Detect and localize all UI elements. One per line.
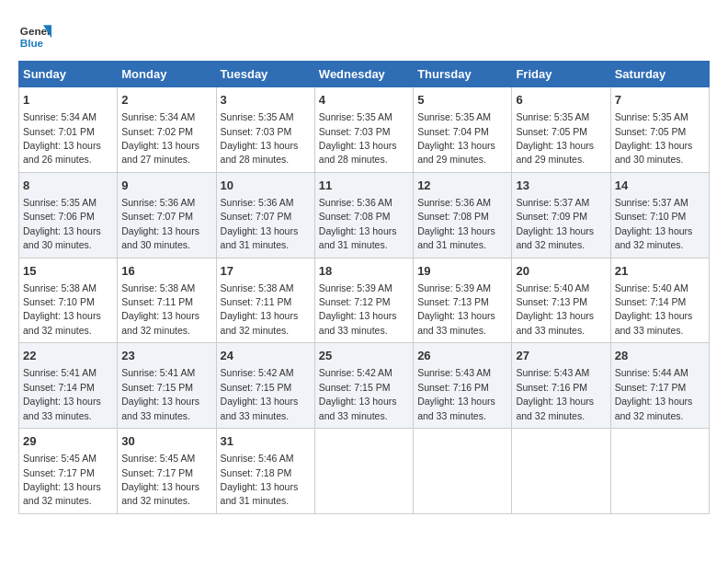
logo: General Blue — [18, 18, 51, 52]
week-row-5: 29Sunrise: 5:45 AM Sunset: 7:17 PM Dayli… — [19, 429, 710, 514]
calendar-cell: 8Sunrise: 5:35 AM Sunset: 7:06 PM Daylig… — [19, 172, 118, 258]
header-friday: Friday — [512, 62, 610, 87]
day-info: Sunrise: 5:37 AM Sunset: 7:09 PM Dayligh… — [516, 197, 594, 250]
day-number: 18 — [319, 263, 409, 280]
header-saturday: Saturday — [610, 62, 709, 87]
calendar-cell: 25Sunrise: 5:42 AM Sunset: 7:15 PM Dayli… — [314, 343, 413, 429]
day-info: Sunrise: 5:40 AM Sunset: 7:14 PM Dayligh… — [615, 282, 693, 336]
header-monday: Monday — [118, 62, 216, 87]
day-number: 9 — [121, 178, 211, 194]
day-info: Sunrise: 5:39 AM Sunset: 7:12 PM Dayligh… — [319, 282, 397, 336]
calendar-cell: 16Sunrise: 5:38 AM Sunset: 7:11 PM Dayli… — [118, 258, 216, 343]
calendar-cell: 22Sunrise: 5:41 AM Sunset: 7:14 PM Dayli… — [19, 343, 118, 429]
day-info: Sunrise: 5:35 AM Sunset: 7:05 PM Dayligh… — [516, 111, 594, 165]
calendar-cell — [610, 429, 709, 514]
day-info: Sunrise: 5:38 AM Sunset: 7:11 PM Dayligh… — [221, 282, 299, 336]
day-info: Sunrise: 5:46 AM Sunset: 7:18 PM Dayligh… — [221, 453, 299, 506]
day-info: Sunrise: 5:40 AM Sunset: 7:13 PM Dayligh… — [516, 282, 594, 336]
day-number: 28 — [615, 348, 705, 364]
header-tuesday: Tuesday — [216, 62, 314, 87]
day-info: Sunrise: 5:41 AM Sunset: 7:15 PM Dayligh… — [121, 367, 199, 420]
day-info: Sunrise: 5:36 AM Sunset: 7:07 PM Dayligh… — [221, 197, 299, 250]
header-wednesday: Wednesday — [314, 62, 413, 87]
calendar-cell: 10Sunrise: 5:36 AM Sunset: 7:07 PM Dayli… — [216, 172, 314, 258]
header-sunday: Sunday — [19, 62, 118, 87]
day-info: Sunrise: 5:45 AM Sunset: 7:17 PM Dayligh… — [23, 453, 101, 506]
calendar-cell: 6Sunrise: 5:35 AM Sunset: 7:05 PM Daylig… — [512, 87, 610, 173]
day-info: Sunrise: 5:38 AM Sunset: 7:10 PM Dayligh… — [23, 282, 101, 336]
calendar-cell — [314, 429, 413, 514]
calendar-cell: 14Sunrise: 5:37 AM Sunset: 7:10 PM Dayli… — [610, 172, 709, 258]
day-number: 11 — [319, 178, 409, 194]
calendar-table: SundayMondayTuesdayWednesdayThursdayFrid… — [18, 61, 710, 514]
day-number: 15 — [23, 263, 113, 280]
day-number: 17 — [221, 263, 311, 280]
header-thursday: Thursday — [414, 62, 512, 87]
day-info: Sunrise: 5:45 AM Sunset: 7:17 PM Dayligh… — [121, 453, 199, 506]
day-info: Sunrise: 5:36 AM Sunset: 7:07 PM Dayligh… — [121, 197, 199, 250]
calendar-cell: 4Sunrise: 5:35 AM Sunset: 7:03 PM Daylig… — [314, 87, 413, 173]
calendar-cell: 7Sunrise: 5:35 AM Sunset: 7:05 PM Daylig… — [610, 87, 709, 173]
day-number: 13 — [516, 178, 606, 194]
day-number: 23 — [121, 348, 211, 364]
day-info: Sunrise: 5:41 AM Sunset: 7:14 PM Dayligh… — [23, 367, 101, 420]
calendar-cell: 28Sunrise: 5:44 AM Sunset: 7:17 PM Dayli… — [610, 343, 709, 429]
week-row-4: 22Sunrise: 5:41 AM Sunset: 7:14 PM Dayli… — [19, 343, 710, 429]
day-info: Sunrise: 5:38 AM Sunset: 7:11 PM Dayligh… — [121, 282, 199, 336]
day-number: 19 — [417, 263, 507, 280]
calendar-cell: 29Sunrise: 5:45 AM Sunset: 7:17 PM Dayli… — [19, 429, 118, 514]
day-number: 8 — [23, 178, 113, 194]
day-info: Sunrise: 5:35 AM Sunset: 7:05 PM Dayligh… — [615, 111, 693, 165]
day-number: 29 — [23, 433, 113, 450]
day-info: Sunrise: 5:35 AM Sunset: 7:03 PM Dayligh… — [319, 111, 397, 165]
day-info: Sunrise: 5:42 AM Sunset: 7:15 PM Dayligh… — [319, 367, 397, 420]
calendar-cell — [512, 429, 610, 514]
day-number: 10 — [221, 178, 311, 194]
calendar-cell: 13Sunrise: 5:37 AM Sunset: 7:09 PM Dayli… — [512, 172, 610, 258]
day-number: 6 — [516, 92, 606, 109]
day-number: 16 — [121, 263, 211, 280]
calendar-cell: 19Sunrise: 5:39 AM Sunset: 7:13 PM Dayli… — [414, 258, 512, 343]
calendar-cell: 2Sunrise: 5:34 AM Sunset: 7:02 PM Daylig… — [118, 87, 216, 173]
calendar-cell: 1Sunrise: 5:34 AM Sunset: 7:01 PM Daylig… — [19, 87, 118, 173]
calendar-cell: 21Sunrise: 5:40 AM Sunset: 7:14 PM Dayli… — [610, 258, 709, 343]
week-row-2: 8Sunrise: 5:35 AM Sunset: 7:06 PM Daylig… — [19, 172, 710, 258]
calendar-cell: 3Sunrise: 5:35 AM Sunset: 7:03 PM Daylig… — [216, 87, 314, 173]
day-number: 12 — [417, 178, 507, 194]
day-info: Sunrise: 5:34 AM Sunset: 7:01 PM Dayligh… — [23, 111, 101, 165]
calendar-cell: 23Sunrise: 5:41 AM Sunset: 7:15 PM Dayli… — [118, 343, 216, 429]
day-number: 21 — [615, 263, 705, 280]
logo-icon: General Blue — [18, 18, 51, 52]
calendar-cell: 24Sunrise: 5:42 AM Sunset: 7:15 PM Dayli… — [216, 343, 314, 429]
calendar-cell: 20Sunrise: 5:40 AM Sunset: 7:13 PM Dayli… — [512, 258, 610, 343]
days-header-row: SundayMondayTuesdayWednesdayThursdayFrid… — [19, 62, 710, 87]
calendar-cell: 18Sunrise: 5:39 AM Sunset: 7:12 PM Dayli… — [314, 258, 413, 343]
day-info: Sunrise: 5:35 AM Sunset: 7:03 PM Dayligh… — [221, 111, 299, 165]
day-info: Sunrise: 5:36 AM Sunset: 7:08 PM Dayligh… — [319, 197, 397, 250]
calendar-cell: 15Sunrise: 5:38 AM Sunset: 7:10 PM Dayli… — [19, 258, 118, 343]
calendar-cell: 30Sunrise: 5:45 AM Sunset: 7:17 PM Dayli… — [118, 429, 216, 514]
day-number: 3 — [221, 92, 311, 109]
day-number: 14 — [615, 178, 705, 194]
day-number: 24 — [221, 348, 311, 364]
calendar-cell: 9Sunrise: 5:36 AM Sunset: 7:07 PM Daylig… — [118, 172, 216, 258]
day-info: Sunrise: 5:34 AM Sunset: 7:02 PM Dayligh… — [121, 111, 199, 165]
calendar-cell: 5Sunrise: 5:35 AM Sunset: 7:04 PM Daylig… — [414, 87, 512, 173]
calendar-cell: 17Sunrise: 5:38 AM Sunset: 7:11 PM Dayli… — [216, 258, 314, 343]
day-number: 20 — [516, 263, 606, 280]
day-info: Sunrise: 5:35 AM Sunset: 7:04 PM Dayligh… — [417, 111, 495, 165]
calendar-cell: 27Sunrise: 5:43 AM Sunset: 7:16 PM Dayli… — [512, 343, 610, 429]
day-info: Sunrise: 5:42 AM Sunset: 7:15 PM Dayligh… — [221, 367, 299, 420]
calendar-cell: 26Sunrise: 5:43 AM Sunset: 7:16 PM Dayli… — [414, 343, 512, 429]
day-number: 25 — [319, 348, 409, 364]
day-info: Sunrise: 5:36 AM Sunset: 7:08 PM Dayligh… — [417, 197, 495, 250]
day-number: 5 — [417, 92, 507, 109]
calendar-cell — [414, 429, 512, 514]
calendar-cell: 12Sunrise: 5:36 AM Sunset: 7:08 PM Dayli… — [414, 172, 512, 258]
week-row-3: 15Sunrise: 5:38 AM Sunset: 7:10 PM Dayli… — [19, 258, 710, 343]
day-info: Sunrise: 5:44 AM Sunset: 7:17 PM Dayligh… — [615, 367, 693, 420]
day-number: 30 — [121, 433, 211, 450]
day-number: 4 — [319, 92, 409, 109]
day-number: 27 — [516, 348, 606, 364]
day-info: Sunrise: 5:37 AM Sunset: 7:10 PM Dayligh… — [615, 197, 693, 250]
